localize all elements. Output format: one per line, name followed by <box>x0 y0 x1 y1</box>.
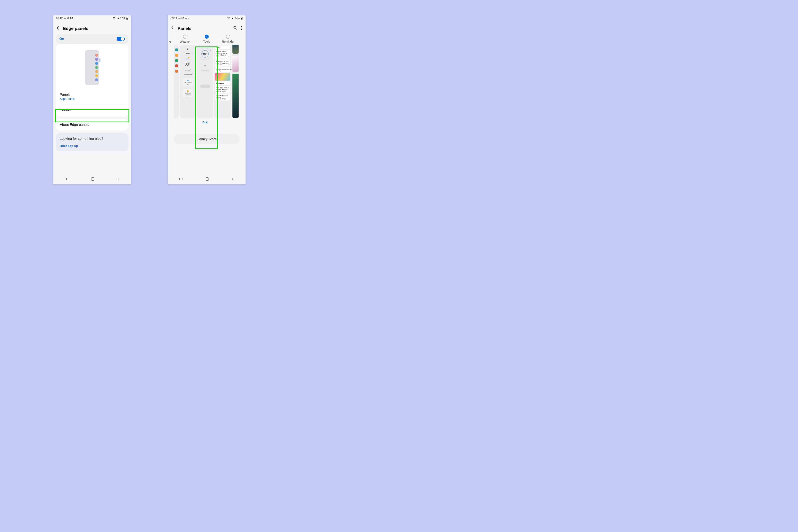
system-navbar <box>168 175 246 184</box>
reminder-card: Upcoming <box>215 81 230 85</box>
drive-icon <box>178 17 181 20</box>
header: Edge panels <box>53 20 131 34</box>
apps-panel-preview-partial[interactable] <box>174 45 179 118</box>
page-title: Panels <box>177 26 230 31</box>
panels-row[interactable]: Panels Apps, Tools <box>56 89 129 104</box>
phone-panels-picker: 09:11 • 67% <box>168 15 246 184</box>
status-time: 09:12 <box>56 17 63 20</box>
svg-text:NW: NW <box>202 53 204 54</box>
more-menu-button[interactable] <box>241 26 242 31</box>
thumb-icon <box>232 56 239 72</box>
tab-tools[interactable]: ✓ Tools <box>196 35 217 43</box>
status-time: 09:11 <box>171 17 177 20</box>
edge-panel-preview <box>56 46 129 89</box>
status-battery-pct: 67% <box>120 17 125 20</box>
back-button[interactable] <box>171 26 174 31</box>
weather-panel-preview[interactable]: City name 23° 25° / 21° Feels like 22° P… <box>180 45 196 118</box>
signal-icon <box>116 17 119 19</box>
weather-temp: 23° <box>185 63 190 67</box>
handle-row[interactable]: Handle <box>56 104 129 116</box>
weather-cloud-sun-icon <box>185 57 190 61</box>
tab-partial-left[interactable]: ks <box>169 35 174 43</box>
reminder-card: Go around to see if the doors are l… 11:… <box>215 59 230 66</box>
edit-link[interactable]: Edit <box>202 120 208 124</box>
image-icon <box>185 17 187 20</box>
tools-panel-preview[interactable]: 330° NW N <box>197 45 213 118</box>
svg-rect-10 <box>182 17 184 19</box>
back-button[interactable] <box>56 26 59 31</box>
toggle-label: On <box>59 37 64 41</box>
about-card[interactable]: About Edge panels <box>56 119 129 131</box>
home-button[interactable] <box>205 177 209 182</box>
weather-precip-chip: Precipitation 30% <box>183 78 193 86</box>
toggle-switch[interactable] <box>117 37 125 41</box>
thumb-icon <box>232 74 239 118</box>
panel-tabs-row: ks Weather ✓ Tools Reminder <box>169 34 245 43</box>
tab-partial-right[interactable] <box>239 35 245 43</box>
suggestion-card: Looking for something else? Brief pop-up <box>56 133 129 151</box>
reminder-card: Video is stopped on 6'12" Jul 15, 8:00 P… <box>215 94 230 100</box>
search-button[interactable] <box>233 26 238 31</box>
svg-rect-4 <box>127 17 127 17</box>
reminder-card: Today <box>215 45 230 49</box>
about-title: About Edge panels <box>60 123 125 127</box>
image-icon <box>64 17 66 20</box>
home-button[interactable] <box>91 177 95 182</box>
reminder-panel-preview[interactable]: Today Recycle paper, plastic, glass, m… … <box>214 45 231 118</box>
level-bar-icon <box>201 70 209 71</box>
page-title: Edge panels <box>63 26 128 31</box>
panel-preview-scroller[interactable]: City name 23° 25° / 21° Feels like 22° P… <box>169 43 245 125</box>
battery-icon <box>126 17 128 20</box>
app-icon <box>175 64 178 67</box>
thumb-icon <box>232 45 239 54</box>
compass-icon: 330° NW N <box>198 46 212 60</box>
tab-weather[interactable]: Weather <box>174 35 196 43</box>
nav-back-button[interactable] <box>231 177 234 182</box>
svg-point-12 <box>228 19 229 19</box>
signal-icon <box>231 17 234 19</box>
reminder-thumbnail <box>215 73 230 81</box>
tab-reminder[interactable]: Reminder <box>217 35 239 43</box>
master-toggle-row[interactable]: On <box>56 34 129 44</box>
weather-uv-chip: UV Index Moderate <box>183 89 193 97</box>
recents-button[interactable] <box>64 177 69 182</box>
weather-feels: Feels like 22° <box>183 73 193 75</box>
suggestion-link[interactable]: Brief pop-up <box>60 144 125 148</box>
battery-icon <box>241 17 243 20</box>
more-dot-icon: • <box>188 17 189 19</box>
svg-text:N: N <box>210 50 211 51</box>
sun-icon <box>187 90 189 92</box>
wifi-icon <box>113 17 115 19</box>
galaxy-store-button[interactable]: Galaxy Store <box>174 134 240 144</box>
handle-title: Handle <box>60 108 125 112</box>
app-icon <box>175 70 178 73</box>
location-pin-icon <box>204 65 206 68</box>
more-dot-icon: • <box>74 17 75 19</box>
weather-hilo: 25° / 21° <box>185 69 191 71</box>
nav-back-button[interactable] <box>117 177 120 182</box>
wifi-icon <box>227 17 230 19</box>
preview-and-list-card: Panels Apps, Tools Handle <box>56 44 129 117</box>
svg-text:330°: 330° <box>203 53 207 55</box>
reminder-card: http://www.samsung.com 6:00 PM <box>215 67 230 72</box>
drive-icon <box>67 17 69 20</box>
radio-unchecked-icon[interactable] <box>226 35 230 39</box>
app-icon <box>175 49 178 51</box>
svg-point-19 <box>241 27 242 28</box>
panels-title: Panels <box>60 93 125 97</box>
status-bar: 09:11 • 67% <box>168 15 246 20</box>
smartselect-panel-preview-partial[interactable] <box>232 45 239 118</box>
flashlight-button-icon <box>200 84 210 88</box>
svg-point-18 <box>241 26 242 27</box>
svg-point-16 <box>234 26 236 29</box>
system-navbar <box>53 175 131 184</box>
status-bar: 09:12 • 67% <box>53 15 131 20</box>
radio-checked-icon[interactable]: ✓ <box>205 35 209 39</box>
svg-rect-9 <box>91 177 94 180</box>
repeat-icon: ⟳ <box>228 56 230 58</box>
svg-point-20 <box>241 29 242 30</box>
radio-unchecked-icon[interactable] <box>183 35 187 39</box>
svg-point-2 <box>114 19 114 19</box>
phone-edge-panels-settings: 09:12 • 67% <box>53 15 131 184</box>
recents-button[interactable] <box>179 177 183 182</box>
